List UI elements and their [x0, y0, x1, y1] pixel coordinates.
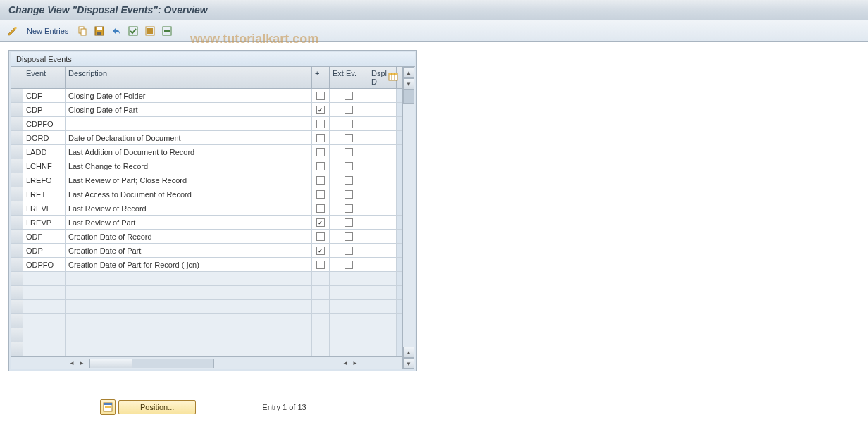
cell-dspl[interactable] — [368, 89, 397, 102]
checkbox[interactable] — [345, 204, 353, 213]
row-selector[interactable] — [11, 187, 23, 201]
scroll-down-icon[interactable]: ▼ — [403, 358, 414, 369]
cell-description[interactable]: Last Review of Record — [66, 201, 312, 215]
checkbox[interactable] — [345, 148, 353, 156]
cell-plus[interactable] — [312, 173, 330, 187]
row-selector[interactable] — [11, 159, 23, 173]
row-selector[interactable] — [11, 103, 23, 116]
scroll-thumb[interactable] — [90, 359, 132, 368]
checkbox[interactable] — [345, 106, 353, 114]
select-all-rows[interactable] — [11, 67, 23, 88]
cell-description[interactable]: Creation Date of Record — [66, 230, 312, 243]
cell-event[interactable]: ODP — [23, 244, 66, 257]
cell-plus[interactable] — [312, 201, 330, 215]
select-all-icon[interactable] — [126, 24, 140, 38]
delimit-icon[interactable] — [160, 24, 174, 38]
cell-dspl[interactable] — [368, 145, 397, 159]
checkbox[interactable] — [316, 247, 325, 255]
checkbox[interactable] — [345, 162, 353, 170]
scroll-right-end-icon[interactable]: ► — [350, 359, 360, 368]
checkbox[interactable] — [316, 92, 325, 100]
checkbox[interactable] — [345, 232, 353, 241]
row-selector[interactable] — [11, 258, 23, 271]
cell-dspl[interactable] — [368, 201, 397, 215]
cell-event[interactable]: LADD — [23, 145, 66, 159]
row-selector[interactable] — [11, 131, 23, 144]
row-selector[interactable] — [11, 173, 23, 187]
cell-plus[interactable] — [312, 89, 330, 102]
checkbox[interactable] — [316, 176, 325, 185]
cell-dspl[interactable] — [368, 258, 397, 271]
cell-dspl[interactable] — [368, 131, 397, 144]
cell-event[interactable]: CDF — [23, 89, 66, 102]
checkbox[interactable] — [345, 176, 353, 185]
undo-icon[interactable] — [109, 24, 123, 38]
save-icon[interactable] — [92, 24, 106, 38]
cell-plus[interactable] — [312, 103, 330, 116]
header-extev[interactable]: Ext.Ev. — [330, 67, 368, 88]
header-description[interactable]: Description — [66, 67, 312, 88]
scroll-track[interactable] — [89, 359, 214, 368]
cell-description[interactable]: Date of Declaration of Document — [66, 131, 312, 144]
cell-event[interactable]: ODPFO — [23, 258, 66, 271]
vertical-scrollbar[interactable]: ▲ ▼ ▲ ▼ — [402, 67, 415, 369]
cell-dspl[interactable] — [368, 244, 397, 257]
row-selector[interactable] — [11, 314, 23, 328]
checkbox[interactable] — [316, 120, 325, 128]
cell-plus[interactable] — [312, 216, 330, 229]
row-selector[interactable] — [11, 201, 23, 215]
checkbox[interactable] — [345, 134, 353, 142]
cell-dspl[interactable] — [368, 187, 397, 201]
row-selector[interactable] — [11, 286, 23, 299]
cell-description[interactable]: Closing Date of Part — [66, 103, 312, 116]
cell-extev[interactable] — [330, 216, 368, 229]
deselect-icon[interactable] — [143, 24, 157, 38]
cell-plus[interactable] — [312, 145, 330, 159]
cell-dspl[interactable] — [368, 159, 397, 173]
cell-plus[interactable] — [312, 131, 330, 144]
cell-event[interactable]: ODF — [23, 230, 66, 243]
scroll-thumb-icon[interactable] — [403, 89, 414, 104]
cell-plus[interactable] — [312, 117, 330, 130]
cell-plus[interactable] — [312, 244, 330, 257]
checkbox[interactable] — [345, 247, 353, 255]
checkbox[interactable] — [316, 134, 325, 142]
table-settings-icon[interactable] — [388, 73, 398, 82]
cell-dspl[interactable] — [368, 117, 397, 130]
cell-plus[interactable] — [312, 258, 330, 271]
cell-dspl[interactable] — [368, 173, 397, 187]
cell-description[interactable]: Last Addition of Document to Record — [66, 145, 312, 159]
cell-event[interactable]: LREVF — [23, 201, 66, 215]
checkbox[interactable] — [316, 261, 325, 269]
checkbox[interactable] — [345, 120, 353, 128]
scroll-down-step-icon[interactable]: ▼ — [403, 78, 414, 89]
cell-dspl[interactable] — [368, 103, 397, 116]
header-event[interactable]: Event — [23, 67, 66, 88]
change-icon[interactable] — [6, 24, 20, 38]
scroll-right-icon[interactable]: ► — [77, 359, 87, 368]
checkbox[interactable] — [345, 218, 353, 227]
cell-plus[interactable] — [312, 159, 330, 173]
cell-extev[interactable] — [330, 131, 368, 144]
row-selector[interactable] — [11, 328, 23, 342]
row-selector[interactable] — [11, 300, 23, 313]
cell-event[interactable]: LRET — [23, 187, 66, 201]
checkbox[interactable] — [316, 204, 325, 213]
cell-event[interactable]: CDPFO — [23, 117, 66, 130]
cell-extev[interactable] — [330, 187, 368, 201]
cell-event[interactable]: LREVP — [23, 216, 66, 229]
checkbox[interactable] — [316, 162, 325, 170]
row-selector[interactable] — [11, 342, 23, 356]
scroll-up-icon[interactable]: ▲ — [403, 67, 414, 78]
cell-description[interactable]: Last Review of Part — [66, 216, 312, 229]
scroll-left-icon[interactable]: ◄ — [67, 359, 77, 368]
position-icon[interactable] — [100, 399, 116, 415]
new-entries-button[interactable]: New Entries — [23, 25, 73, 37]
row-selector[interactable] — [11, 216, 23, 229]
cell-extev[interactable] — [330, 230, 368, 243]
cell-description[interactable]: Closing Date of Folder — [66, 89, 312, 102]
copy-icon[interactable] — [75, 24, 89, 38]
cell-extev[interactable] — [330, 89, 368, 102]
position-button[interactable]: Position... — [118, 400, 196, 414]
cell-event[interactable]: CDP — [23, 103, 66, 116]
